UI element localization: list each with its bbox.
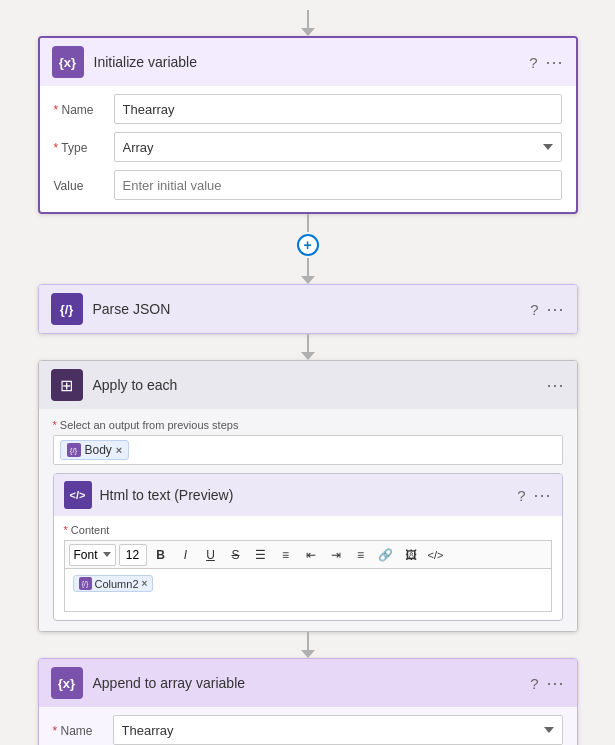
content-editor[interactable]: {/} Column2 × (64, 568, 552, 612)
append-to-array-card: {x} Append to array variable ? ··· Name … (38, 658, 578, 745)
html-to-text-header: </> Html to text (Preview) ? ··· (54, 474, 562, 516)
init-var-body: Name Type Array Boolean Float Integer Ob… (40, 86, 576, 212)
parse-json-help-icon[interactable]: ? (530, 301, 538, 318)
output-token-input[interactable]: {/} Body × (53, 435, 563, 465)
apply-to-each-card: ⊞ Apply to each ··· Select an output fro… (38, 360, 578, 632)
add-step-1-button[interactable]: + (297, 234, 319, 256)
strikethrough-button[interactable]: S (225, 544, 247, 566)
value-input[interactable] (114, 170, 562, 200)
column2-token: {/} Column2 × (73, 575, 154, 592)
column2-token-close[interactable]: × (142, 578, 148, 589)
type-row: Type Array Boolean Float Integer Object … (54, 132, 562, 162)
apply-each-actions: ··· (546, 375, 564, 396)
outdent-button[interactable]: ⇤ (300, 544, 322, 566)
type-label: Type (54, 139, 114, 155)
append-help-icon[interactable]: ? (530, 675, 538, 692)
body-token-icon: {/} (67, 443, 81, 457)
init-var-more-icon[interactable]: ··· (545, 52, 563, 73)
parse-json-title: Parse JSON (93, 301, 171, 317)
column2-token-icon: {/} (79, 577, 92, 590)
top-connector (301, 10, 315, 36)
append-name-label: Name (53, 722, 113, 738)
append-icon: {x} (51, 667, 83, 699)
content-label: Content (64, 524, 552, 536)
html-to-text-help-icon[interactable]: ? (517, 487, 525, 504)
html-to-text-actions: ? ··· (517, 485, 551, 506)
html-to-text-body: Content Font B I U S ☰ ≡ ⇤ ⇥ (54, 516, 562, 620)
apply-each-body: Select an output from previous steps {/}… (39, 409, 577, 631)
font-size-input[interactable] (119, 544, 147, 566)
initialize-variable-card: {x} Initialize variable ? ··· Name Type … (38, 36, 578, 214)
numbered-list-button[interactable]: ≡ (275, 544, 297, 566)
italic-button[interactable]: I (175, 544, 197, 566)
body-token: {/} Body × (60, 440, 130, 460)
align-button[interactable]: ≡ (350, 544, 372, 566)
parse-json-more-icon[interactable]: ··· (546, 299, 564, 320)
parse-json-actions: ? ··· (530, 299, 564, 320)
image-button[interactable]: 🖼 (400, 544, 422, 566)
apply-each-icon: ⊞ (51, 369, 83, 401)
name-input[interactable] (114, 94, 562, 124)
connector-3 (301, 632, 315, 658)
append-name-select[interactable]: Thearray (113, 715, 563, 745)
append-actions: ? ··· (530, 673, 564, 694)
bullet-list-button[interactable]: ☰ (250, 544, 272, 566)
underline-button[interactable]: U (200, 544, 222, 566)
name-row: Name (54, 94, 562, 124)
init-var-help-icon[interactable]: ? (529, 54, 537, 71)
link-button[interactable]: 🔗 (375, 544, 397, 566)
connector-2 (301, 334, 315, 360)
column2-token-label: Column2 (95, 578, 139, 590)
content-toolbar: Font B I U S ☰ ≡ ⇤ ⇥ ≡ 🔗 🖼 < (64, 540, 552, 568)
append-more-icon[interactable]: ··· (546, 673, 564, 694)
append-header: {x} Append to array variable ? ··· (39, 659, 577, 707)
html-to-text-icon: </> (64, 481, 92, 509)
bold-button[interactable]: B (150, 544, 172, 566)
append-name-row: Name Thearray (53, 715, 563, 745)
body-token-close[interactable]: × (116, 444, 122, 456)
body-token-label: Body (85, 443, 112, 457)
init-var-title: Initialize variable (94, 54, 198, 70)
select-output-label: Select an output from previous steps (53, 419, 563, 431)
indent-button[interactable]: ⇥ (325, 544, 347, 566)
html-to-text-card: </> Html to text (Preview) ? ··· Content… (53, 473, 563, 621)
connector-1: + (297, 214, 319, 284)
value-label: Value (54, 177, 114, 193)
parse-json-card: {/} Parse JSON ? ··· (38, 284, 578, 334)
font-select[interactable]: Font (69, 544, 116, 566)
init-var-actions: ? ··· (529, 52, 563, 73)
parse-json-header: {/} Parse JSON ? ··· (39, 285, 577, 333)
value-row: Value (54, 170, 562, 200)
append-body: Name Thearray Value { "Column1": {x} (39, 707, 577, 745)
append-title: Append to array variable (93, 675, 246, 691)
type-select[interactable]: Array Boolean Float Integer Object Strin… (114, 132, 562, 162)
name-label: Name (54, 101, 114, 117)
apply-each-header: ⊞ Apply to each ··· (39, 361, 577, 409)
html-to-text-more-icon[interactable]: ··· (533, 485, 551, 506)
apply-each-more-icon[interactable]: ··· (546, 375, 564, 396)
code-button[interactable]: </> (425, 544, 447, 566)
apply-each-title: Apply to each (93, 377, 178, 393)
init-var-icon: {x} (52, 46, 84, 78)
parse-json-icon: {/} (51, 293, 83, 325)
html-to-text-title: Html to text (Preview) (100, 487, 234, 503)
init-var-header: {x} Initialize variable ? ··· (40, 38, 576, 86)
